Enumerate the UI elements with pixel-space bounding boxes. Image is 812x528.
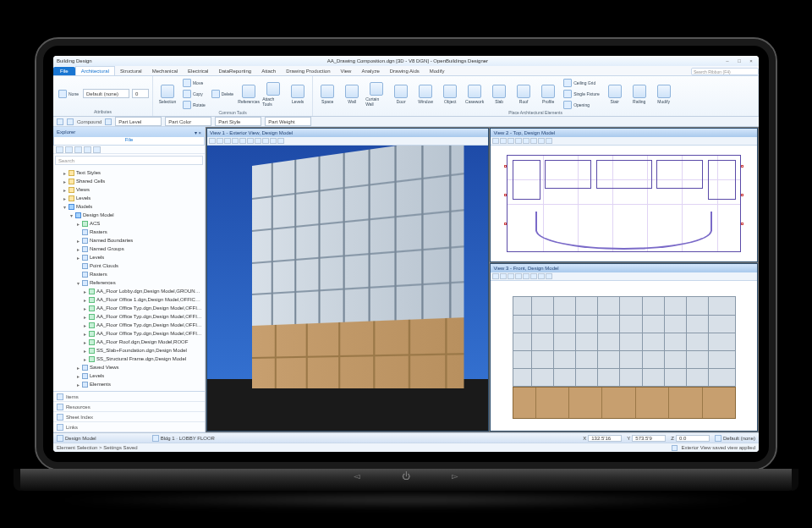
vtool-icon[interactable] <box>523 138 529 144</box>
vtool-icon[interactable] <box>209 138 216 144</box>
tree-toggle[interactable]: ▾ <box>62 204 67 210</box>
tree-toggle[interactable]: ▾ <box>69 212 74 218</box>
rotate-button[interactable]: Rotate <box>181 100 207 110</box>
tree-node[interactable]: ▾Models <box>53 202 205 211</box>
coord-z[interactable]: 0.0 <box>676 435 710 442</box>
close-button[interactable]: × <box>747 58 755 63</box>
tree-node[interactable]: ▸AA_Floor Lobby.dgn,Design Model,GROUND … <box>53 287 205 295</box>
tree-toggle[interactable]: ▸ <box>75 238 80 244</box>
tree-toggle[interactable]: ▸ <box>75 246 80 252</box>
attr-level-dropdown[interactable]: Default (none) <box>83 89 129 98</box>
tree-toggle[interactable]: ▸ <box>62 195 67 201</box>
tab-modify[interactable]: Modify <box>425 67 450 75</box>
tree-toggle[interactable]: ▸ <box>82 322 87 328</box>
attr-icon-2[interactable] <box>67 118 74 125</box>
tab-drawing-production[interactable]: Drawing Production <box>281 67 335 75</box>
ribbon-search[interactable]: Search Ribbon (F4) <box>691 68 759 75</box>
tree-node[interactable]: ▸ACS <box>53 219 205 228</box>
curtain-wall-button[interactable]: Curtain Wall <box>365 82 387 107</box>
tree-toggle[interactable]: ▸ <box>62 187 67 193</box>
vtool-icon[interactable] <box>217 138 223 144</box>
tab-datareporting[interactable]: DataReporting <box>213 67 256 75</box>
tree-toggle[interactable]: ▸ <box>82 305 87 311</box>
roof-button[interactable]: Roof <box>513 85 535 104</box>
footer-sheet-index[interactable]: Sheet Index <box>53 412 205 422</box>
vtool-icon[interactable] <box>270 138 277 144</box>
tree-toggle[interactable]: ▸ <box>75 365 80 371</box>
vtool-icon[interactable] <box>538 138 545 144</box>
tree-node[interactable]: ▸Levels <box>53 194 205 202</box>
explorer-pin-icon[interactable]: ▾ × <box>195 129 201 135</box>
tree-toggle[interactable]: ▸ <box>75 221 80 227</box>
vtool-icon[interactable] <box>515 273 522 279</box>
view3-header[interactable]: View 3 - Front, Design Model <box>491 264 757 272</box>
coord-x[interactable]: 132.5'16 <box>588 435 622 442</box>
tree-node[interactable]: ▸AA_Floor Office Typ.dgn,Design Model,OF… <box>53 312 205 321</box>
space-button[interactable]: Space <box>316 85 338 104</box>
status-lock-icon[interactable] <box>715 435 721 442</box>
tab-drawing-aids[interactable]: Drawing Aids <box>385 67 425 75</box>
tree-node[interactable]: ▸AA_Floor Office Typ.dgn,Design Model,OF… <box>53 321 205 329</box>
tab-attach[interactable]: Attach <box>256 67 281 75</box>
window-button[interactable]: Window <box>414 85 436 104</box>
modify-button[interactable]: Modify <box>653 85 675 104</box>
part-style-dropdown[interactable]: Part Style <box>215 117 261 126</box>
view3-canvas[interactable] <box>491 281 757 431</box>
tree-node[interactable]: ▸Shared Cells <box>53 177 205 185</box>
vtool-icon[interactable] <box>508 138 514 144</box>
tree-toggle[interactable]: ▸ <box>75 255 80 261</box>
tree-node[interactable]: ▸SS_Structural Frame.dgn,Design Model <box>53 355 205 363</box>
footer-items[interactable]: Items <box>53 392 205 402</box>
footer-resources[interactable]: Resources <box>53 402 205 412</box>
tab-architectural[interactable]: Architectural <box>75 66 115 75</box>
tree-toggle[interactable]: ▸ <box>75 382 80 388</box>
explorer-tool-5[interactable] <box>93 146 101 153</box>
tree-node[interactable]: ▸Named Boundaries <box>53 236 205 245</box>
tree-node[interactable]: ▸Text Styles <box>53 168 205 177</box>
vtool-icon[interactable] <box>239 138 246 144</box>
vtool-icon[interactable] <box>515 138 522 144</box>
attach-tools-button[interactable]: Attach Tools <box>262 82 284 107</box>
footer-links[interactable]: Links <box>53 422 205 432</box>
tree-toggle[interactable]: ▸ <box>75 373 80 379</box>
model-tab[interactable]: Design Model <box>65 436 96 441</box>
casework-button[interactable]: Casework <box>464 85 486 104</box>
vtool-icon[interactable] <box>500 138 507 144</box>
vtool-icon[interactable] <box>492 138 499 144</box>
vtool-icon[interactable] <box>508 273 514 279</box>
vtool-icon[interactable] <box>492 273 499 279</box>
part-weight-dropdown[interactable]: Part Weight <box>265 117 311 126</box>
explorer-search[interactable]: Search <box>55 156 203 165</box>
status2-icon[interactable] <box>672 445 678 451</box>
part-level-dropdown[interactable]: Part Level <box>115 117 162 126</box>
tree-toggle[interactable]: ▸ <box>62 179 67 184</box>
tree-toggle[interactable]: ▸ <box>62 170 67 176</box>
slab-button[interactable]: Slab <box>488 85 510 104</box>
tree-node[interactable]: ▸Named Groups <box>53 245 205 253</box>
profile-button[interactable]: Profile <box>537 85 559 104</box>
explorer-tool-4[interactable] <box>84 146 91 153</box>
single-fixture-button[interactable]: Single Fixture <box>562 89 601 99</box>
explorer-tool-1[interactable] <box>56 146 63 153</box>
vtool-icon[interactable] <box>247 138 254 144</box>
part-color-dropdown[interactable]: Part Color <box>165 117 211 126</box>
wall-button[interactable]: Wall <box>341 85 363 104</box>
tree-node[interactable]: ▸Views <box>53 185 205 194</box>
tab-electrical[interactable]: Electrical <box>183 67 213 75</box>
vtool-icon[interactable] <box>277 138 284 144</box>
tree-toggle[interactable]: ▸ <box>82 314 87 320</box>
tree-node[interactable]: ▸AA_Floor Office Typ.dgn,Design Model,OF… <box>53 329 205 338</box>
explorer-tree[interactable]: ▸Text Styles▸Shared Cells▸Views▸Levels▾M… <box>53 167 205 391</box>
tree-node[interactable]: ▸AA_Floor Office Typ.dgn,Design Model,OF… <box>53 304 205 312</box>
tree-toggle[interactable]: ▸ <box>82 289 87 294</box>
door-button[interactable]: Door <box>390 85 412 104</box>
attr-icon-1[interactable] <box>57 118 63 125</box>
vtool-icon[interactable] <box>262 138 269 144</box>
file-tab[interactable]: File <box>53 67 75 75</box>
view1-header[interactable]: View 1 - Exterior View, Design Model <box>207 129 488 137</box>
tree-toggle[interactable]: ▸ <box>82 331 87 337</box>
tree-toggle[interactable]: ▸ <box>82 356 87 362</box>
compound-toggle[interactable]: Compound <box>77 119 102 124</box>
vtool-icon[interactable] <box>530 273 537 279</box>
bldg-icon[interactable] <box>152 435 159 442</box>
